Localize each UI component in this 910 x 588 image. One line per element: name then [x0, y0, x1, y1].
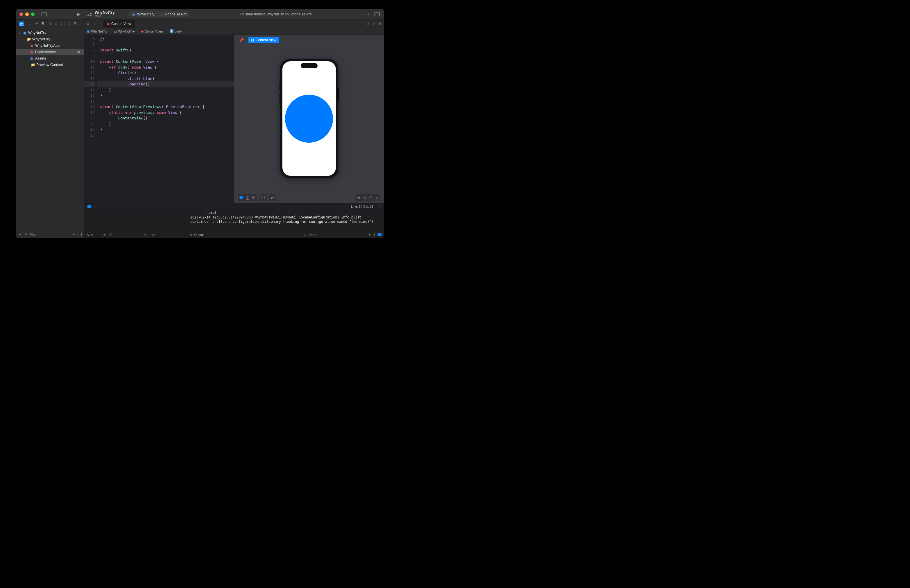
zoom-actual-button[interactable]: ⊡: [369, 195, 372, 200]
run-button[interactable]: ▶: [77, 11, 81, 17]
preview-canvas-pane: 📌 ⊡ Content View: [234, 35, 384, 204]
variables-filter-input[interactable]: [150, 233, 190, 236]
console-view: name)" 2023-02-14 19:05:20.142289+0000 W…: [187, 210, 384, 238]
chevron-right-icon: 〉: [156, 12, 159, 16]
phone-button-icon: [280, 82, 280, 90]
variants-button[interactable]: ⊞: [252, 195, 255, 200]
project-navigator-icon[interactable]: ▤: [19, 21, 24, 26]
toggle-console-pane[interactable]: [378, 233, 381, 236]
zoom-out-button[interactable]: ⊖: [357, 195, 360, 200]
test-navigator-icon[interactable]: ◇: [55, 22, 58, 26]
symbol-navigator-icon[interactable]: ☍: [35, 22, 38, 26]
toggle-inspector-icon[interactable]: [375, 12, 380, 16]
scheme-selector[interactable]: ▣ WhyNotTry 〉 ▯ iPhone 14 Pro: [129, 11, 190, 18]
console-text: name)" 2023-02-14 19:05:20.142289+0000 W…: [190, 211, 373, 224]
preview-mode-group: ◫ ⊞: [238, 194, 257, 201]
related-items-icon[interactable]: ⊞: [87, 22, 89, 26]
variables-scope[interactable]: Auto: [87, 233, 93, 236]
swift-file-icon: ◆: [107, 22, 110, 26]
chevron-right-icon: 〉: [137, 29, 139, 33]
disclosure-triangle-icon[interactable]: ⌄: [23, 38, 25, 41]
device-settings-group: ⛶: [259, 194, 267, 201]
tab-contentview[interactable]: ◆ ContentView: [103, 20, 135, 27]
tree-file-assets[interactable]: ▦ Assets: [16, 55, 84, 61]
tree-group[interactable]: ⌄ 📁 WhyNotTry: [16, 36, 84, 42]
tree-label: WhyNotTry: [32, 37, 50, 41]
preview-toolbar: ◫ ⊞ ⛶ ⊙ ⊖ ⊙ ⊡: [234, 192, 384, 204]
close-button[interactable]: [19, 13, 23, 16]
quicklook-icon[interactable]: ◉: [103, 233, 106, 236]
output-scope[interactable]: All Output: [190, 233, 204, 236]
cursor-position: Line: 14 Col: 23: [351, 205, 373, 208]
minimap-toggle-icon[interactable]: [377, 205, 381, 208]
find-navigator-icon[interactable]: 🔍: [41, 22, 45, 26]
code-editor[interactable]: 67891011121314151617181920212223 //impor…: [84, 35, 234, 204]
code-content[interactable]: //import SwiftUIstruct ContentView: View…: [97, 35, 234, 204]
tree-project-root[interactable]: ⌄ ▣ WhyNotTry: [16, 30, 84, 36]
preview-selector[interactable]: ⊡ Content View: [248, 37, 279, 43]
disclosure-triangle-icon[interactable]: ⌄: [18, 31, 21, 34]
jumpbar-item[interactable]: ContentView: [145, 30, 163, 33]
tree-folder-preview[interactable]: › 📁 Preview Content: [16, 61, 84, 68]
xcode-project-icon: ▣: [23, 31, 27, 35]
preview-settings-group: ⊙: [269, 194, 276, 201]
tree-file-app[interactable]: ◆ WhyNotTryApp: [16, 42, 84, 49]
recent-files-icon[interactable]: ◷: [72, 233, 75, 236]
breakpoint-toggle-icon[interactable]: [87, 205, 91, 208]
adjust-editor-icon[interactable]: ≡: [372, 21, 375, 26]
back-button[interactable]: 〈: [92, 21, 95, 26]
tab-bar-right: ⇄ ≡ ⊞: [364, 20, 384, 27]
maximize-button[interactable]: [31, 13, 35, 16]
zoom-fit-button[interactable]: ⊙: [363, 195, 366, 200]
device-settings-button[interactable]: ⛶: [261, 195, 265, 200]
jumpbar-item[interactable]: body: [175, 30, 182, 33]
info-icon[interactable]: ⓘ: [109, 233, 112, 237]
zoom-in-button[interactable]: ⊕: [375, 195, 378, 200]
review-changes-icon[interactable]: ⇄: [366, 21, 370, 26]
branch-icon[interactable]: ⎇: [87, 12, 92, 16]
navigator-filter-input[interactable]: [29, 233, 70, 236]
preview-label: Content View: [256, 38, 276, 42]
jump-bar[interactable]: ▣WhyNotTry 〉 ▬WhyNotTry 〉 ◆ContentView 〉…: [84, 28, 384, 35]
console-filter-input[interactable]: [309, 233, 365, 236]
device-frame: [280, 59, 338, 178]
pin-preview-button[interactable]: 📌: [238, 36, 245, 44]
issue-navigator-icon[interactable]: ⚠: [49, 22, 52, 26]
line-gutter: 67891011121314151617181920212223: [84, 35, 97, 204]
activity-status: Finished running WhyNotTry on iPhone 14 …: [192, 12, 359, 16]
jumpbar-item[interactable]: WhyNotTry: [118, 30, 135, 33]
forward-button[interactable]: 〉: [97, 21, 101, 26]
swift-file-icon: ◆: [29, 50, 34, 54]
editor-status-bar: Line: 14 Col: 23: [84, 204, 384, 209]
toggle-variables-pane[interactable]: [374, 233, 377, 236]
preview-canvas[interactable]: [234, 45, 384, 192]
breakpoint-navigator-icon[interactable]: ◁: [68, 22, 70, 26]
add-file-button[interactable]: ＋: [18, 232, 22, 237]
canvas-settings-button[interactable]: ⊙: [271, 195, 274, 200]
live-preview-button[interactable]: [239, 196, 243, 199]
add-button[interactable]: ＋: [366, 11, 370, 17]
chevron-updown-icon: ⌃⌄: [207, 233, 211, 236]
swift-file-icon: ◆: [141, 29, 144, 34]
project-title[interactable]: WhyNotTry main: [95, 10, 115, 18]
selectable-preview-button[interactable]: ◫: [246, 195, 249, 200]
minimize-button[interactable]: [25, 13, 29, 16]
tree-label: Assets: [35, 57, 46, 60]
scm-filter-icon[interactable]: [78, 233, 82, 236]
variables-body[interactable]: [84, 210, 187, 231]
jumpbar-item[interactable]: WhyNotTry: [91, 30, 108, 33]
add-editor-icon[interactable]: ⊞: [378, 21, 381, 26]
toggle-navigator-icon[interactable]: [42, 12, 47, 16]
clear-console-button[interactable]: 🗑: [368, 233, 371, 236]
preview-header: 📌 ⊡ Content View: [234, 35, 384, 45]
debug-navigator-icon[interactable]: ⛶: [61, 22, 65, 26]
report-navigator-icon[interactable]: ☰: [73, 22, 77, 26]
source-control-navigator-icon[interactable]: ⌥: [27, 22, 31, 26]
chevron-right-icon: 〉: [165, 29, 168, 33]
folder-icon: ▬: [113, 30, 117, 33]
tree-file-contentview[interactable]: ◆ ContentView M: [16, 49, 84, 55]
console-output[interactable]: name)" 2023-02-14 19:05:20.142289+0000 W…: [187, 210, 384, 231]
tree-label: Preview Content: [36, 63, 63, 67]
filter-scope-icon[interactable]: ⊜: [24, 233, 27, 236]
disclosure-triangle-icon[interactable]: ›: [26, 63, 29, 66]
